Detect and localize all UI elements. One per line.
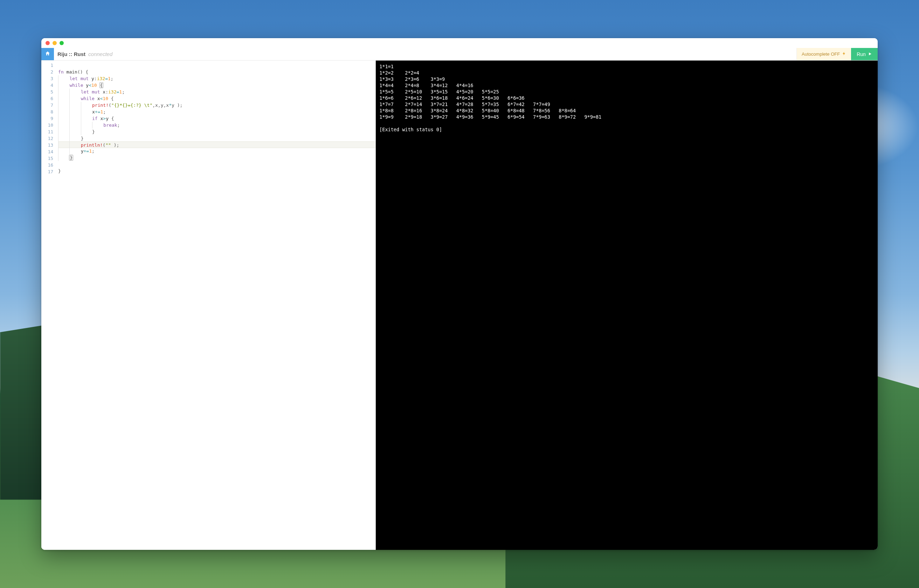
run-label: Run [857, 52, 866, 57]
window-titlebar[interactable] [41, 38, 878, 48]
line-number: 10 [41, 122, 53, 128]
line-number: 8 [41, 108, 53, 115]
terminal-output[interactable]: 1*1=1 1*2=2 2*2=4 1*3=3 2*3=6 3*3=9 1*4=… [376, 61, 878, 550]
page-title-block: Riju :: Rust connected [54, 48, 116, 60]
line-number: 9 [41, 115, 53, 122]
connection-status: connected [88, 51, 112, 57]
panes: 1234567891011121314151617 fn main() { le… [41, 61, 878, 550]
line-number: 11 [41, 128, 53, 135]
code-line[interactable]: } [58, 168, 375, 174]
code-line[interactable]: while y<10 { [58, 82, 375, 89]
line-number: 6 [41, 95, 53, 102]
line-number: 2 [41, 69, 53, 75]
code-line[interactable]: } [58, 135, 375, 142]
code-line[interactable]: break; [58, 122, 375, 128]
code-line[interactable]: y+=1; [58, 148, 375, 154]
code-line[interactable]: let mut x:i32=1; [58, 89, 375, 95]
toolbar: Riju :: Rust connected Autocomplete OFF … [41, 48, 878, 61]
autocomplete-toggle-button[interactable]: Autocomplete OFF [796, 48, 851, 60]
line-number-gutter: 1234567891011121314151617 [41, 61, 56, 550]
code-line[interactable]: println!("" ); [58, 141, 375, 148]
code-editor[interactable]: 1234567891011121314151617 fn main() { le… [41, 61, 376, 550]
code-line[interactable] [58, 62, 375, 69]
code-area[interactable]: fn main() { let mut y:i32=1; while y<10 … [56, 61, 375, 550]
line-number: 1 [41, 62, 53, 69]
line-number: 5 [41, 89, 53, 95]
play-icon [868, 52, 872, 57]
app-window: Riju :: Rust connected Autocomplete OFF … [41, 38, 878, 550]
code-line[interactable] [58, 161, 375, 168]
code-line[interactable]: } [58, 128, 375, 135]
line-number: 13 [41, 142, 53, 149]
line-number: 7 [41, 102, 53, 108]
run-button[interactable]: Run [851, 48, 878, 60]
code-line[interactable]: fn main() { [58, 69, 375, 75]
minimize-icon[interactable] [53, 41, 57, 45]
line-number: 12 [41, 135, 53, 142]
lightning-icon [842, 51, 846, 57]
home-button[interactable] [41, 48, 54, 60]
code-line[interactable]: } [58, 154, 375, 161]
page-title: Riju :: Rust [57, 51, 86, 57]
line-number: 14 [41, 149, 53, 155]
line-number: 17 [41, 168, 53, 175]
code-line[interactable]: if x>y { [58, 115, 375, 122]
code-line[interactable]: let mut y:i32=1; [58, 75, 375, 82]
home-icon [45, 51, 50, 58]
line-number: 4 [41, 82, 53, 89]
line-number: 15 [41, 155, 53, 162]
autocomplete-label: Autocomplete OFF [802, 52, 840, 57]
code-line[interactable]: print!("{}*{}={:?} \t",x,y,x*y ); [58, 102, 375, 108]
code-line[interactable]: x+=1; [58, 108, 375, 115]
zoom-icon[interactable] [60, 41, 64, 45]
line-number: 3 [41, 75, 53, 82]
close-icon[interactable] [45, 41, 50, 45]
code-line[interactable]: while x<10 { [58, 95, 375, 102]
line-number: 16 [41, 162, 53, 168]
